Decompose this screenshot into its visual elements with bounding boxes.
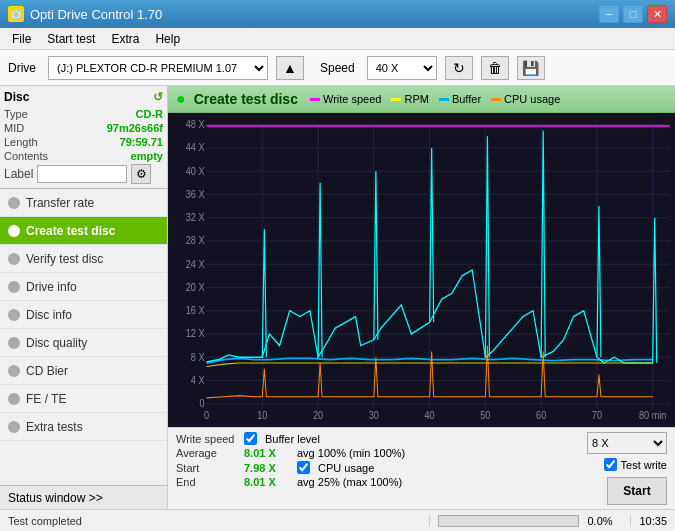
svg-text:8 X: 8 X [191, 351, 205, 363]
titlebar-title: Opti Drive Control 1.70 [30, 7, 162, 22]
buffer-level-label: Buffer level [265, 433, 320, 445]
svg-text:80 min: 80 min [639, 409, 666, 421]
svg-text:10: 10 [257, 409, 268, 421]
write-speed-select[interactable]: 8 X [587, 432, 667, 454]
statusbar: Test completed 0.0% 10:35 [0, 509, 675, 531]
menu-extra[interactable]: Extra [103, 30, 147, 48]
save-button[interactable]: 💾 [517, 56, 545, 80]
progress-area: 0.0% [430, 515, 630, 527]
length-value: 79:59.71 [120, 136, 163, 148]
refresh-button[interactable]: ↻ [445, 56, 473, 80]
eject-button[interactable]: ▲ [276, 56, 304, 80]
drive-select[interactable]: (J:) PLEXTOR CD-R PREMIUM 1.07 [48, 56, 268, 80]
write-speed-row: Write speed Buffer level [176, 432, 405, 445]
nav-label-create-test-disc: Create test disc [26, 224, 115, 238]
maximize-button[interactable]: □ [623, 5, 643, 23]
legend-dot-rpm [391, 98, 401, 101]
mid-value: 97m26s66f [107, 122, 163, 134]
content-area: ● Create test disc Write speed RPM Buffe… [168, 86, 675, 509]
chart-legend: Write speed RPM Buffer CPU usage [310, 93, 560, 105]
average-row: Average 8.01 X avg 100% (min 100%) [176, 447, 405, 459]
minimize-button[interactable]: − [599, 5, 619, 23]
titlebar-controls: − □ ✕ [599, 5, 667, 23]
speed-select[interactable]: 40 X [367, 56, 437, 80]
svg-text:36 X: 36 X [186, 188, 205, 200]
label-settings-button[interactable]: ⚙ [131, 164, 151, 184]
toolbar: Drive (J:) PLEXTOR CD-R PREMIUM 1.07 ▲ S… [0, 50, 675, 86]
nav-extra-tests[interactable]: Extra tests [0, 413, 167, 441]
write-controls: 8 X Test write Start [587, 432, 667, 505]
nav-dot-disc-quality [8, 337, 20, 349]
svg-text:32 X: 32 X [186, 212, 205, 224]
nav-cd-bier[interactable]: CD Bier [0, 357, 167, 385]
nav-transfer-rate[interactable]: Transfer rate [0, 189, 167, 217]
average-desc: avg 100% (min 100%) [297, 447, 405, 459]
nav-create-test-disc[interactable]: Create test disc [0, 217, 167, 245]
cpu-usage-checkbox[interactable] [297, 461, 310, 474]
nav-dot-verify-test-disc [8, 253, 20, 265]
svg-text:70: 70 [592, 409, 603, 421]
svg-text:0: 0 [204, 409, 210, 421]
test-write-checkbox[interactable] [604, 458, 617, 471]
disc-panel-header: Disc ↺ [4, 90, 163, 104]
disc-refresh-icon[interactable]: ↺ [153, 90, 163, 104]
nav-disc-info[interactable]: Disc info [0, 301, 167, 329]
nav-label-verify-test-disc: Verify test disc [26, 252, 103, 266]
nav-dot-cd-bier [8, 365, 20, 377]
disc-type-row: Type CD-R [4, 108, 163, 120]
bottom-controls: Write speed Buffer level Average 8.01 X … [168, 427, 675, 509]
legend-cpu: CPU usage [491, 93, 560, 105]
nav-dot-fe-te [8, 393, 20, 405]
legend-label-write-speed: Write speed [323, 93, 382, 105]
end-value: 8.01 X [244, 476, 289, 488]
start-value: 7.98 X [244, 462, 289, 474]
close-button[interactable]: ✕ [647, 5, 667, 23]
legend-buffer: Buffer [439, 93, 481, 105]
clear-button[interactable]: 🗑 [481, 56, 509, 80]
status-window-button[interactable]: Status window >> [0, 485, 167, 509]
nav-verify-test-disc[interactable]: Verify test disc [0, 245, 167, 273]
start-button[interactable]: Start [607, 477, 667, 505]
label-input[interactable] [37, 165, 127, 183]
nav-dot-drive-info [8, 281, 20, 293]
nav-fe-te[interactable]: FE / TE [0, 385, 167, 413]
type-label: Type [4, 108, 28, 120]
svg-text:60: 60 [536, 409, 547, 421]
chart-header: ● Create test disc Write speed RPM Buffe… [168, 86, 675, 113]
svg-text:0: 0 [199, 398, 205, 410]
average-value: 8.01 X [244, 447, 289, 459]
svg-text:16 X: 16 X [186, 305, 205, 317]
svg-text:40 X: 40 X [186, 165, 205, 177]
time-display: 10:35 [630, 515, 675, 527]
nav-drive-info[interactable]: Drive info [0, 273, 167, 301]
status-window-label: Status window >> [8, 491, 103, 505]
legend-dot-cpu [491, 98, 501, 101]
menu-start-test[interactable]: Start test [39, 30, 103, 48]
nav-label-extra-tests: Extra tests [26, 420, 83, 434]
buffer-level-checkbox[interactable] [244, 432, 257, 445]
legend-label-rpm: RPM [404, 93, 428, 105]
mid-label: MID [4, 122, 24, 134]
menu-file[interactable]: File [4, 30, 39, 48]
chart-svg: 48 X 44 X 40 X 36 X 32 X 28 X 24 X 20 X … [168, 113, 675, 427]
app-icon: 💿 [8, 6, 24, 22]
nav-dot-create-test-disc [8, 225, 20, 237]
titlebar: 💿 Opti Drive Control 1.70 − □ ✕ [0, 0, 675, 28]
nav-label-fe-te: FE / TE [26, 392, 66, 406]
nav-disc-quality[interactable]: Disc quality [0, 329, 167, 357]
svg-text:50: 50 [480, 409, 491, 421]
disc-header-label: Disc [4, 90, 29, 104]
progress-text: 0.0% [587, 515, 622, 527]
nav-label-transfer-rate: Transfer rate [26, 196, 94, 210]
legend-rpm: RPM [391, 93, 428, 105]
chart-area: 48 X 44 X 40 X 36 X 32 X 28 X 24 X 20 X … [168, 113, 675, 427]
stats-panel: Write speed Buffer level Average 8.01 X … [176, 432, 405, 505]
end-label: End [176, 476, 236, 488]
legend-write-speed: Write speed [310, 93, 382, 105]
svg-text:44 X: 44 X [186, 142, 205, 154]
chart-title: Create test disc [194, 91, 298, 107]
nav-label-cd-bier: CD Bier [26, 364, 68, 378]
test-write-row: Test write [604, 458, 667, 471]
menu-help[interactable]: Help [147, 30, 188, 48]
svg-text:28 X: 28 X [186, 235, 205, 247]
